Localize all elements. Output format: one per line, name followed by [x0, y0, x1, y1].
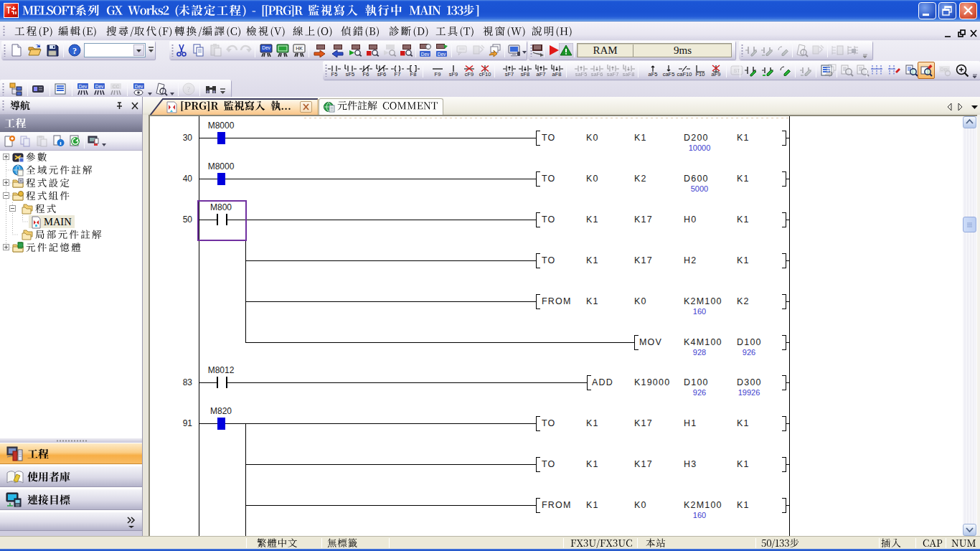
svg-text:K0: K0	[586, 174, 599, 184]
svg-text:K17: K17	[634, 215, 653, 225]
svg-text:19926: 19926	[738, 388, 760, 397]
svg-text:K2: K2	[634, 174, 647, 184]
svg-text:H2: H2	[684, 255, 697, 265]
svg-text:M8000: M8000	[208, 161, 235, 171]
svg-text:K1: K1	[586, 459, 599, 469]
svg-text:HK: HK	[296, 46, 303, 51]
svg-text:H0: H0	[684, 215, 697, 225]
svg-text:TO: TO	[542, 174, 556, 184]
svg-text:K1: K1	[737, 255, 750, 265]
svg-text:K19000: K19000	[634, 377, 670, 387]
svg-text:160: 160	[693, 307, 706, 316]
svg-text:D300: D300	[737, 377, 762, 387]
svg-text:Dev: Dev	[262, 45, 270, 50]
svg-text:H3: H3	[684, 459, 697, 469]
svg-text:ADD: ADD	[592, 377, 613, 387]
svg-text:K1: K1	[634, 133, 647, 143]
svg-text:K1: K1	[737, 418, 750, 428]
svg-text:TO: TO	[542, 215, 556, 225]
svg-text:K4M100: K4M100	[684, 337, 722, 347]
svg-text:M8000: M8000	[208, 121, 235, 131]
svg-text:?: ?	[72, 46, 77, 56]
svg-text:M800: M800	[210, 202, 232, 212]
svg-text:K2M100: K2M100	[684, 296, 722, 306]
svg-text:Dev: Dev	[438, 52, 446, 57]
svg-text:926: 926	[743, 348, 755, 357]
svg-text:83: 83	[183, 377, 193, 387]
svg-text:10000: 10000	[689, 143, 711, 152]
svg-text:30: 30	[183, 133, 193, 143]
svg-text:K0: K0	[586, 133, 599, 143]
svg-text:K2: K2	[737, 296, 750, 306]
svg-text:?: ?	[187, 85, 191, 93]
svg-text:928: 928	[693, 348, 706, 357]
svg-text:K2M100: K2M100	[684, 500, 722, 510]
svg-text:K17: K17	[634, 418, 653, 428]
svg-text:50: 50	[183, 215, 193, 225]
svg-text:TO: TO	[542, 133, 556, 143]
svg-text:160: 160	[693, 511, 706, 519]
svg-text:K1: K1	[586, 500, 599, 510]
svg-text:5000: 5000	[691, 184, 708, 193]
svg-text:K0: K0	[634, 500, 647, 510]
svg-text:K1: K1	[586, 255, 599, 265]
svg-text:D100: D100	[737, 337, 762, 347]
svg-text:MOV: MOV	[639, 337, 662, 347]
svg-text:D100: D100	[684, 377, 709, 387]
svg-text:D200: D200	[684, 133, 709, 143]
svg-text:TO: TO	[542, 418, 556, 428]
svg-text:K17: K17	[634, 459, 653, 469]
svg-text:M820: M820	[210, 406, 232, 416]
svg-text:FROM: FROM	[542, 296, 572, 306]
svg-text:H1: H1	[684, 418, 697, 428]
svg-text:Dev: Dev	[79, 84, 88, 89]
svg-text:K1: K1	[586, 418, 599, 428]
svg-text:K17: K17	[634, 255, 653, 265]
svg-text:K0: K0	[634, 296, 647, 306]
svg-text:40: 40	[183, 174, 193, 184]
svg-text:TO: TO	[542, 459, 556, 469]
svg-text:K1: K1	[737, 459, 750, 469]
svg-text:D600: D600	[684, 174, 709, 184]
svg-text:FROM: FROM	[542, 500, 572, 510]
svg-text:K1: K1	[586, 296, 599, 306]
svg-text:K1: K1	[737, 174, 750, 184]
svg-text:Dev: Dev	[95, 84, 104, 89]
svg-text:TO: TO	[542, 255, 556, 265]
svg-text:91: 91	[183, 418, 193, 428]
svg-text:Dev: Dev	[421, 52, 430, 57]
svg-text:K1: K1	[586, 215, 599, 225]
svg-text:K1: K1	[737, 215, 750, 225]
svg-text:M8012: M8012	[208, 365, 235, 375]
svg-text:K1: K1	[737, 500, 750, 510]
svg-text:CC: CC	[113, 84, 120, 89]
svg-text:K1: K1	[737, 133, 750, 143]
svg-text:926: 926	[693, 388, 706, 397]
svg-text:Dev: Dev	[135, 84, 143, 89]
